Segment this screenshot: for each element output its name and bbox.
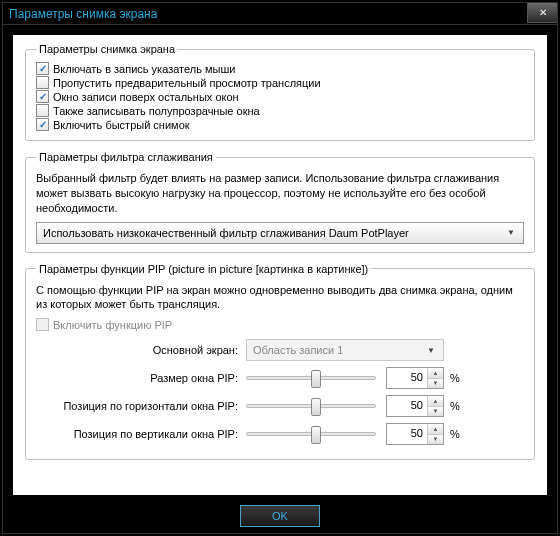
spinner-up-icon[interactable]: ▲ <box>428 424 443 435</box>
capture-label-2: Окно записи поверх остальных окон <box>53 91 239 103</box>
pip-vpos-value: 50 <box>387 424 427 444</box>
chevron-down-icon: ▼ <box>503 225 519 241</box>
pip-vpos-label: Позиция по вертикали окна PIP: <box>36 428 246 440</box>
pip-legend: Параметры функции PIP (picture in pictur… <box>36 263 371 275</box>
percent-label: % <box>450 400 466 412</box>
pip-main-label: Основной экран: <box>36 344 246 356</box>
pip-main-value: Область записи 1 <box>253 344 343 356</box>
filter-select[interactable]: Использовать низкокачественный фильтр сг… <box>36 222 524 244</box>
capture-option: Также записывать полупрозрачные окна <box>36 104 524 117</box>
settings-window: Параметры снимка экрана ✕ Параметры сним… <box>2 2 558 534</box>
close-button[interactable]: ✕ <box>527 3 557 23</box>
dialog-content: Параметры снимка экрана Включать в запис… <box>13 35 547 495</box>
pip-hpos-value: 50 <box>387 396 427 416</box>
filter-legend: Параметры фильтра сглаживания <box>36 151 216 163</box>
filter-select-value: Использовать низкокачественный фильтр сг… <box>43 227 409 239</box>
pip-hpos-slider[interactable] <box>246 404 376 408</box>
capture-option: Включать в запись указатель мыши <box>36 62 524 75</box>
pip-description: С помощью функции PIP на экран можно одн… <box>36 283 524 313</box>
pip-hpos-label: Позиция по горизонтали окна PIP: <box>36 400 246 412</box>
capture-group: Параметры снимка экрана Включать в запис… <box>25 43 535 141</box>
capture-checkbox-0[interactable] <box>36 62 49 75</box>
spinner-down-icon[interactable]: ▼ <box>428 407 443 417</box>
bottom-bar: OK <box>3 499 557 533</box>
capture-option: Включить быстрый снимок <box>36 118 524 131</box>
pip-main-select[interactable]: Область записи 1 ▼ <box>246 339 444 361</box>
capture-legend: Параметры снимка экрана <box>36 43 178 55</box>
capture-label-0: Включать в запись указатель мыши <box>53 63 235 75</box>
ok-label: OK <box>272 510 288 522</box>
titlebar: Параметры снимка экрана ✕ <box>3 3 557 25</box>
capture-option: Пропустить предварительный просмотр тран… <box>36 76 524 89</box>
filter-description: Выбранный фильтр будет влиять на размер … <box>36 171 524 216</box>
capture-label-3: Также записывать полупрозрачные окна <box>53 105 260 117</box>
pip-size-slider[interactable] <box>246 376 376 380</box>
percent-label: % <box>450 372 466 384</box>
pip-enable-checkbox[interactable] <box>36 318 49 331</box>
capture-checkbox-3[interactable] <box>36 104 49 117</box>
spinner-up-icon[interactable]: ▲ <box>428 368 443 379</box>
capture-label-1: Пропустить предварительный просмотр тран… <box>53 77 321 89</box>
window-title: Параметры снимка экрана <box>9 7 157 21</box>
ok-button[interactable]: OK <box>240 505 320 527</box>
spinner-down-icon[interactable]: ▼ <box>428 435 443 445</box>
pip-size-spinner[interactable]: 50 ▲ ▼ <box>386 367 444 389</box>
spinner-up-icon[interactable]: ▲ <box>428 396 443 407</box>
chevron-down-icon: ▼ <box>423 342 439 358</box>
percent-label: % <box>450 428 466 440</box>
pip-group: Параметры функции PIP (picture in pictur… <box>25 263 535 461</box>
capture-label-4: Включить быстрый снимок <box>53 119 190 131</box>
close-icon: ✕ <box>539 7 547 18</box>
pip-vpos-spinner[interactable]: 50 ▲ ▼ <box>386 423 444 445</box>
pip-hpos-spinner[interactable]: 50 ▲ ▼ <box>386 395 444 417</box>
pip-size-value: 50 <box>387 368 427 388</box>
pip-size-label: Размер окна PIP: <box>36 372 246 384</box>
capture-option: Окно записи поверх остальных окон <box>36 90 524 103</box>
pip-vpos-slider[interactable] <box>246 432 376 436</box>
pip-enable-label: Включить функцию PIP <box>53 319 172 331</box>
filter-group: Параметры фильтра сглаживания Выбранный … <box>25 151 535 253</box>
capture-checkbox-2[interactable] <box>36 90 49 103</box>
capture-checkbox-1[interactable] <box>36 76 49 89</box>
capture-checkbox-4[interactable] <box>36 118 49 131</box>
spinner-down-icon[interactable]: ▼ <box>428 379 443 389</box>
